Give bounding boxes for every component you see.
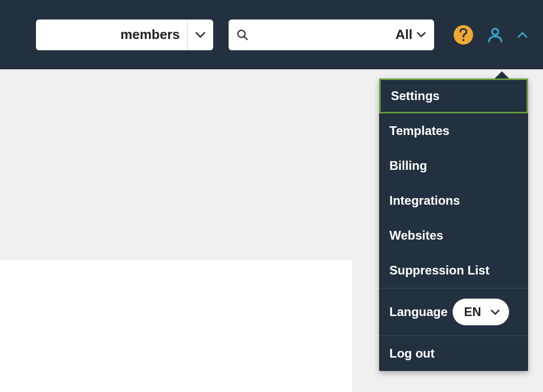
language-value: EN — [464, 305, 481, 319]
question-icon — [459, 28, 468, 42]
search-input[interactable] — [252, 28, 396, 42]
menu-item-language: Language EN — [379, 288, 528, 336]
menu-item-label: Log out — [389, 346, 435, 361]
header-right — [454, 25, 528, 45]
chevron-down-icon — [417, 32, 426, 37]
menu-item-websites[interactable]: Websites — [379, 218, 528, 253]
svg-point-3 — [492, 29, 498, 35]
menu-item-label: Suppression List — [389, 263, 490, 278]
search-filter-label: All — [396, 27, 413, 43]
menu-item-logout[interactable]: Log out — [379, 336, 528, 371]
account-dropdown-menu: Settings Templates Billing Integrations … — [379, 79, 528, 371]
members-selector-chevron[interactable] — [188, 19, 213, 50]
chevron-down-icon — [491, 309, 500, 315]
menu-item-billing[interactable]: Billing — [379, 148, 528, 183]
members-selector[interactable]: members — [36, 19, 213, 50]
chevron-down-icon — [195, 32, 205, 38]
menu-item-label: Settings — [391, 89, 440, 103]
menu-item-templates[interactable]: Templates — [379, 113, 528, 148]
header-bar: members All — [0, 0, 543, 69]
content-panel — [0, 260, 352, 392]
language-select[interactable]: EN — [453, 299, 509, 325]
dropdown-arrow — [495, 71, 509, 79]
menu-item-suppression-list[interactable]: Suppression List — [379, 253, 528, 288]
help-button[interactable] — [454, 25, 473, 45]
search-icon-wrap — [237, 29, 248, 41]
search-box[interactable]: All — [229, 19, 434, 50]
menu-item-settings[interactable]: Settings — [379, 79, 528, 113]
menu-item-label: Websites — [389, 228, 443, 243]
account-menu-toggle[interactable] — [517, 32, 528, 38]
search-icon — [237, 29, 248, 41]
language-label: Language — [389, 305, 447, 319]
svg-point-2 — [462, 39, 464, 41]
members-selector-label: members — [36, 19, 188, 50]
menu-item-label: Billing — [389, 159, 427, 173]
account-button[interactable] — [488, 27, 503, 43]
chevron-up-icon — [517, 32, 528, 38]
search-filter[interactable]: All — [396, 27, 426, 43]
menu-item-label: Templates — [389, 124, 450, 138]
svg-line-1 — [245, 36, 248, 40]
menu-item-integrations[interactable]: Integrations — [379, 183, 528, 218]
menu-item-label: Integrations — [389, 193, 460, 208]
person-icon — [488, 27, 503, 43]
